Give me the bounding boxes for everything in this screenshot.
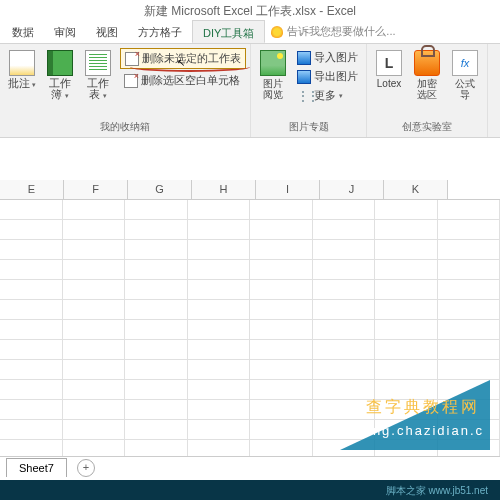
col-header[interactable]: J <box>320 180 384 199</box>
col-header[interactable]: F <box>64 180 128 199</box>
table-row[interactable] <box>0 280 500 300</box>
cell[interactable] <box>63 200 126 219</box>
new-sheet-button[interactable]: + <box>77 459 95 477</box>
cell[interactable] <box>250 200 313 219</box>
cell[interactable] <box>188 200 251 219</box>
cell[interactable] <box>250 320 313 339</box>
cell[interactable] <box>63 220 126 239</box>
delete-blank-cells[interactable]: 删除选区空白单元格 <box>120 71 246 90</box>
cell[interactable] <box>0 200 63 219</box>
cell[interactable] <box>125 380 188 399</box>
spreadsheet-grid[interactable]: E F G H I J K <box>0 180 500 460</box>
cell[interactable] <box>375 260 438 279</box>
cell[interactable] <box>63 400 126 419</box>
table-row[interactable] <box>0 260 500 280</box>
table-row[interactable] <box>0 240 500 260</box>
cell[interactable] <box>438 360 501 379</box>
cell[interactable] <box>313 300 376 319</box>
cell[interactable] <box>438 260 501 279</box>
cell[interactable] <box>313 400 376 419</box>
cell[interactable] <box>0 400 63 419</box>
cell[interactable] <box>313 260 376 279</box>
cell[interactable] <box>63 420 126 439</box>
cell[interactable] <box>438 240 501 259</box>
cell[interactable] <box>250 280 313 299</box>
tab-diy-toolbox[interactable]: DIY工具箱 <box>192 20 265 43</box>
cell[interactable] <box>63 360 126 379</box>
cell[interactable] <box>63 380 126 399</box>
table-row[interactable] <box>0 380 500 400</box>
cell[interactable] <box>313 280 376 299</box>
cell[interactable] <box>125 400 188 419</box>
cell[interactable] <box>375 220 438 239</box>
image-browse-button[interactable]: 图片 阅览 <box>255 48 291 102</box>
cell[interactable] <box>438 380 501 399</box>
cell[interactable] <box>313 340 376 359</box>
tell-me[interactable]: 告诉我您想要做什么... <box>265 20 401 43</box>
cell[interactable] <box>313 320 376 339</box>
cell[interactable] <box>250 420 313 439</box>
cell[interactable] <box>188 240 251 259</box>
cell[interactable] <box>63 240 126 259</box>
tab-view[interactable]: 视图 <box>86 20 128 43</box>
cell[interactable] <box>313 420 376 439</box>
cell[interactable] <box>125 340 188 359</box>
col-header[interactable]: K <box>384 180 448 199</box>
col-header[interactable]: H <box>192 180 256 199</box>
cell[interactable] <box>0 420 63 439</box>
lotex-button[interactable]: Lotex <box>371 48 407 91</box>
cell[interactable] <box>0 220 63 239</box>
cell[interactable] <box>250 400 313 419</box>
cell[interactable] <box>375 380 438 399</box>
comments-button[interactable]: 批注 ▾ <box>4 48 40 92</box>
table-row[interactable] <box>0 420 500 440</box>
cell[interactable] <box>250 300 313 319</box>
cell[interactable] <box>438 280 501 299</box>
cell[interactable] <box>188 320 251 339</box>
cell[interactable] <box>125 360 188 379</box>
cell[interactable] <box>125 280 188 299</box>
cell[interactable] <box>188 420 251 439</box>
table-row[interactable] <box>0 220 500 240</box>
cell[interactable] <box>375 400 438 419</box>
cell[interactable] <box>188 400 251 419</box>
formula-export-button[interactable]: 公式 导 <box>447 48 483 102</box>
cell[interactable] <box>0 300 63 319</box>
import-image[interactable]: 导入图片 <box>293 48 362 67</box>
cell[interactable] <box>438 220 501 239</box>
cell[interactable] <box>188 300 251 319</box>
table-row[interactable] <box>0 400 500 420</box>
more-image[interactable]: 更多 ▾ <box>293 86 362 105</box>
cell[interactable] <box>375 320 438 339</box>
cell[interactable] <box>0 280 63 299</box>
cell[interactable] <box>0 340 63 359</box>
cell[interactable] <box>250 240 313 259</box>
cell[interactable] <box>188 380 251 399</box>
table-row[interactable] <box>0 320 500 340</box>
delete-unselected-sheets[interactable]: 删除未选定的工作表 ↖ <box>120 48 246 69</box>
cell[interactable] <box>125 420 188 439</box>
cell[interactable] <box>125 320 188 339</box>
table-row[interactable] <box>0 360 500 380</box>
cell[interactable] <box>313 200 376 219</box>
cell[interactable] <box>375 240 438 259</box>
cell[interactable] <box>250 220 313 239</box>
cell[interactable] <box>438 300 501 319</box>
cell[interactable] <box>250 360 313 379</box>
sheet-tab[interactable]: Sheet7 <box>6 458 67 477</box>
cell[interactable] <box>125 220 188 239</box>
cell[interactable] <box>0 320 63 339</box>
cell[interactable] <box>188 260 251 279</box>
tab-ffgz[interactable]: 方方格子 <box>128 20 192 43</box>
cell[interactable] <box>375 360 438 379</box>
export-image[interactable]: 导出图片 <box>293 67 362 86</box>
cell[interactable] <box>125 240 188 259</box>
cell[interactable] <box>438 340 501 359</box>
cell[interactable] <box>250 380 313 399</box>
cell[interactable] <box>375 420 438 439</box>
cell[interactable] <box>63 280 126 299</box>
cell[interactable] <box>375 200 438 219</box>
table-row[interactable] <box>0 200 500 220</box>
cell[interactable] <box>0 260 63 279</box>
col-header[interactable]: G <box>128 180 192 199</box>
